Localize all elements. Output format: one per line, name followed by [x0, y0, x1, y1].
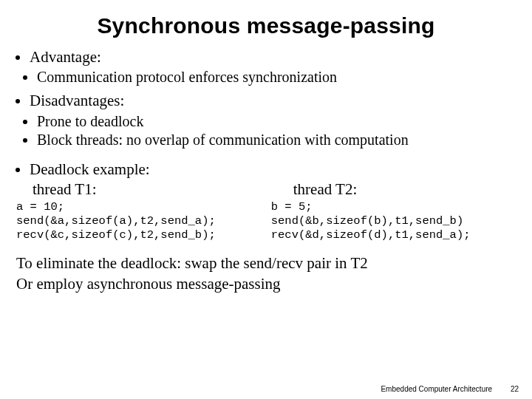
disadvantage-item-1: Block threads: no overlap of communicati… — [37, 131, 516, 149]
disadvantages-heading: Disadvantages: — [30, 91, 516, 110]
advantage-sublist: Communication protocol enforces synchron… — [16, 68, 516, 86]
advantage-item-0: Communication protocol enforces synchron… — [37, 68, 516, 86]
thread-t1-column: thread T1: a = 10; send(&a,sizeof(a),t2,… — [16, 180, 271, 242]
thread-t2-column: thread T2: b = 5; send(&b,sizeof(b),t1,s… — [271, 180, 516, 242]
footer-course: Embedded Computer Architecture — [381, 385, 492, 393]
deadlock-example: Deadlock example: thread T1: a = 10; sen… — [16, 160, 516, 242]
thread-t1-code: a = 10; send(&a,sizeof(a),t2,send_a); re… — [16, 200, 271, 242]
thread-t2-label: thread T2: — [271, 180, 516, 199]
thread-t2-code: b = 5; send(&b,sizeof(b),t1,send_b) recv… — [271, 200, 516, 242]
thread-columns: thread T1: a = 10; send(&a,sizeof(a),t2,… — [16, 180, 516, 242]
advantage-heading: Advantage: — [30, 47, 516, 66]
footer-page-number: 22 — [511, 385, 519, 393]
deadlock-heading-list: Deadlock example: — [16, 160, 516, 179]
thread-t1-label: thread T1: — [16, 180, 271, 199]
conclusion: To eliminate the deadlock: swap the send… — [16, 253, 516, 294]
conclusion-line-1: To eliminate the deadlock: swap the send… — [16, 253, 516, 273]
slide-title: Synchronous message-passing — [16, 13, 516, 38]
disadvantage-item-0: Prone to deadlock — [37, 112, 516, 131]
footer: Embedded Computer Architecture 22 — [381, 385, 519, 393]
slide: Synchronous message-passing Advantage: C… — [0, 0, 532, 399]
body-list: Advantage: — [16, 47, 516, 66]
deadlock-heading: Deadlock example: — [30, 160, 516, 179]
conclusion-line-2: Or employ asynchronous message-passing — [16, 274, 516, 294]
disadvantages-sublist: Prone to deadlock Block threads: no over… — [16, 112, 516, 149]
disadvantages-list: Disadvantages: — [16, 91, 516, 110]
